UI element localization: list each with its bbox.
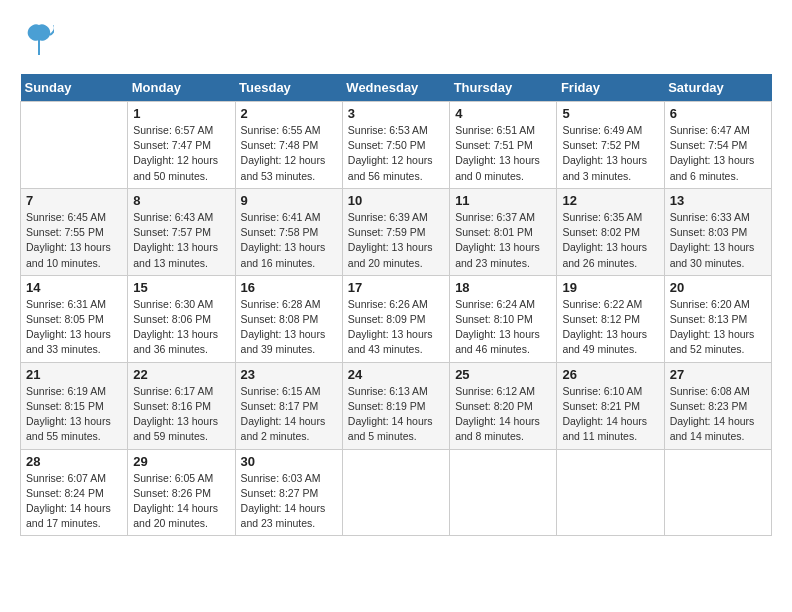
day-number: 5 bbox=[562, 106, 658, 121]
calendar-cell: 3Sunrise: 6:53 AM Sunset: 7:50 PM Daylig… bbox=[342, 102, 449, 189]
day-number: 4 bbox=[455, 106, 551, 121]
weekday-header-monday: Monday bbox=[128, 74, 235, 102]
calendar-cell: 11Sunrise: 6:37 AM Sunset: 8:01 PM Dayli… bbox=[450, 188, 557, 275]
calendar-cell bbox=[342, 449, 449, 536]
day-number: 2 bbox=[241, 106, 337, 121]
day-info: Sunrise: 6:08 AM Sunset: 8:23 PM Dayligh… bbox=[670, 384, 766, 445]
day-info: Sunrise: 6:13 AM Sunset: 8:19 PM Dayligh… bbox=[348, 384, 444, 445]
calendar-cell: 19Sunrise: 6:22 AM Sunset: 8:12 PM Dayli… bbox=[557, 275, 664, 362]
calendar-cell: 16Sunrise: 6:28 AM Sunset: 8:08 PM Dayli… bbox=[235, 275, 342, 362]
weekday-header-saturday: Saturday bbox=[664, 74, 771, 102]
logo-bird-icon bbox=[24, 20, 54, 64]
day-number: 17 bbox=[348, 280, 444, 295]
day-number: 30 bbox=[241, 454, 337, 469]
day-info: Sunrise: 6:22 AM Sunset: 8:12 PM Dayligh… bbox=[562, 297, 658, 358]
day-number: 12 bbox=[562, 193, 658, 208]
day-number: 27 bbox=[670, 367, 766, 382]
day-number: 18 bbox=[455, 280, 551, 295]
calendar-cell: 18Sunrise: 6:24 AM Sunset: 8:10 PM Dayli… bbox=[450, 275, 557, 362]
day-info: Sunrise: 6:39 AM Sunset: 7:59 PM Dayligh… bbox=[348, 210, 444, 271]
calendar-cell bbox=[21, 102, 128, 189]
day-info: Sunrise: 6:57 AM Sunset: 7:47 PM Dayligh… bbox=[133, 123, 229, 184]
day-info: Sunrise: 6:47 AM Sunset: 7:54 PM Dayligh… bbox=[670, 123, 766, 184]
page-header bbox=[20, 20, 772, 64]
calendar-cell: 23Sunrise: 6:15 AM Sunset: 8:17 PM Dayli… bbox=[235, 362, 342, 449]
day-number: 19 bbox=[562, 280, 658, 295]
day-info: Sunrise: 6:05 AM Sunset: 8:26 PM Dayligh… bbox=[133, 471, 229, 532]
day-info: Sunrise: 6:55 AM Sunset: 7:48 PM Dayligh… bbox=[241, 123, 337, 184]
calendar-cell: 9Sunrise: 6:41 AM Sunset: 7:58 PM Daylig… bbox=[235, 188, 342, 275]
day-number: 6 bbox=[670, 106, 766, 121]
calendar-cell bbox=[664, 449, 771, 536]
weekday-header-tuesday: Tuesday bbox=[235, 74, 342, 102]
day-info: Sunrise: 6:19 AM Sunset: 8:15 PM Dayligh… bbox=[26, 384, 122, 445]
day-info: Sunrise: 6:31 AM Sunset: 8:05 PM Dayligh… bbox=[26, 297, 122, 358]
day-number: 21 bbox=[26, 367, 122, 382]
calendar-table: SundayMondayTuesdayWednesdayThursdayFrid… bbox=[20, 74, 772, 536]
calendar-cell: 20Sunrise: 6:20 AM Sunset: 8:13 PM Dayli… bbox=[664, 275, 771, 362]
day-number: 15 bbox=[133, 280, 229, 295]
day-info: Sunrise: 6:51 AM Sunset: 7:51 PM Dayligh… bbox=[455, 123, 551, 184]
week-row-3: 14Sunrise: 6:31 AM Sunset: 8:05 PM Dayli… bbox=[21, 275, 772, 362]
day-info: Sunrise: 6:10 AM Sunset: 8:21 PM Dayligh… bbox=[562, 384, 658, 445]
calendar-cell: 17Sunrise: 6:26 AM Sunset: 8:09 PM Dayli… bbox=[342, 275, 449, 362]
calendar-cell: 25Sunrise: 6:12 AM Sunset: 8:20 PM Dayli… bbox=[450, 362, 557, 449]
day-info: Sunrise: 6:45 AM Sunset: 7:55 PM Dayligh… bbox=[26, 210, 122, 271]
calendar-cell: 14Sunrise: 6:31 AM Sunset: 8:05 PM Dayli… bbox=[21, 275, 128, 362]
day-number: 26 bbox=[562, 367, 658, 382]
day-number: 3 bbox=[348, 106, 444, 121]
calendar-cell: 24Sunrise: 6:13 AM Sunset: 8:19 PM Dayli… bbox=[342, 362, 449, 449]
calendar-cell: 4Sunrise: 6:51 AM Sunset: 7:51 PM Daylig… bbox=[450, 102, 557, 189]
calendar-cell: 26Sunrise: 6:10 AM Sunset: 8:21 PM Dayli… bbox=[557, 362, 664, 449]
day-number: 28 bbox=[26, 454, 122, 469]
day-info: Sunrise: 6:12 AM Sunset: 8:20 PM Dayligh… bbox=[455, 384, 551, 445]
weekday-header-friday: Friday bbox=[557, 74, 664, 102]
day-number: 24 bbox=[348, 367, 444, 382]
day-info: Sunrise: 6:37 AM Sunset: 8:01 PM Dayligh… bbox=[455, 210, 551, 271]
calendar-cell bbox=[450, 449, 557, 536]
week-row-2: 7Sunrise: 6:45 AM Sunset: 7:55 PM Daylig… bbox=[21, 188, 772, 275]
calendar-cell: 8Sunrise: 6:43 AM Sunset: 7:57 PM Daylig… bbox=[128, 188, 235, 275]
calendar-cell: 5Sunrise: 6:49 AM Sunset: 7:52 PM Daylig… bbox=[557, 102, 664, 189]
weekday-header-thursday: Thursday bbox=[450, 74, 557, 102]
day-number: 16 bbox=[241, 280, 337, 295]
day-number: 7 bbox=[26, 193, 122, 208]
week-row-4: 21Sunrise: 6:19 AM Sunset: 8:15 PM Dayli… bbox=[21, 362, 772, 449]
day-info: Sunrise: 6:28 AM Sunset: 8:08 PM Dayligh… bbox=[241, 297, 337, 358]
day-info: Sunrise: 6:20 AM Sunset: 8:13 PM Dayligh… bbox=[670, 297, 766, 358]
day-info: Sunrise: 6:26 AM Sunset: 8:09 PM Dayligh… bbox=[348, 297, 444, 358]
day-info: Sunrise: 6:15 AM Sunset: 8:17 PM Dayligh… bbox=[241, 384, 337, 445]
calendar-cell: 15Sunrise: 6:30 AM Sunset: 8:06 PM Dayli… bbox=[128, 275, 235, 362]
day-info: Sunrise: 6:03 AM Sunset: 8:27 PM Dayligh… bbox=[241, 471, 337, 532]
day-number: 22 bbox=[133, 367, 229, 382]
day-info: Sunrise: 6:07 AM Sunset: 8:24 PM Dayligh… bbox=[26, 471, 122, 532]
day-info: Sunrise: 6:53 AM Sunset: 7:50 PM Dayligh… bbox=[348, 123, 444, 184]
weekday-header-wednesday: Wednesday bbox=[342, 74, 449, 102]
day-number: 23 bbox=[241, 367, 337, 382]
calendar-cell: 13Sunrise: 6:33 AM Sunset: 8:03 PM Dayli… bbox=[664, 188, 771, 275]
week-row-1: 1Sunrise: 6:57 AM Sunset: 7:47 PM Daylig… bbox=[21, 102, 772, 189]
calendar-cell: 6Sunrise: 6:47 AM Sunset: 7:54 PM Daylig… bbox=[664, 102, 771, 189]
day-info: Sunrise: 6:43 AM Sunset: 7:57 PM Dayligh… bbox=[133, 210, 229, 271]
calendar-cell: 27Sunrise: 6:08 AM Sunset: 8:23 PM Dayli… bbox=[664, 362, 771, 449]
week-row-5: 28Sunrise: 6:07 AM Sunset: 8:24 PM Dayli… bbox=[21, 449, 772, 536]
day-number: 9 bbox=[241, 193, 337, 208]
day-number: 13 bbox=[670, 193, 766, 208]
calendar-cell: 30Sunrise: 6:03 AM Sunset: 8:27 PM Dayli… bbox=[235, 449, 342, 536]
calendar-cell bbox=[557, 449, 664, 536]
calendar-cell: 29Sunrise: 6:05 AM Sunset: 8:26 PM Dayli… bbox=[128, 449, 235, 536]
weekday-header-sunday: Sunday bbox=[21, 74, 128, 102]
day-number: 20 bbox=[670, 280, 766, 295]
calendar-cell: 1Sunrise: 6:57 AM Sunset: 7:47 PM Daylig… bbox=[128, 102, 235, 189]
day-info: Sunrise: 6:30 AM Sunset: 8:06 PM Dayligh… bbox=[133, 297, 229, 358]
calendar-cell: 10Sunrise: 6:39 AM Sunset: 7:59 PM Dayli… bbox=[342, 188, 449, 275]
calendar-cell: 7Sunrise: 6:45 AM Sunset: 7:55 PM Daylig… bbox=[21, 188, 128, 275]
day-number: 10 bbox=[348, 193, 444, 208]
day-info: Sunrise: 6:17 AM Sunset: 8:16 PM Dayligh… bbox=[133, 384, 229, 445]
day-number: 1 bbox=[133, 106, 229, 121]
weekday-header-row: SundayMondayTuesdayWednesdayThursdayFrid… bbox=[21, 74, 772, 102]
day-number: 14 bbox=[26, 280, 122, 295]
day-info: Sunrise: 6:35 AM Sunset: 8:02 PM Dayligh… bbox=[562, 210, 658, 271]
logo bbox=[20, 20, 54, 64]
day-info: Sunrise: 6:41 AM Sunset: 7:58 PM Dayligh… bbox=[241, 210, 337, 271]
